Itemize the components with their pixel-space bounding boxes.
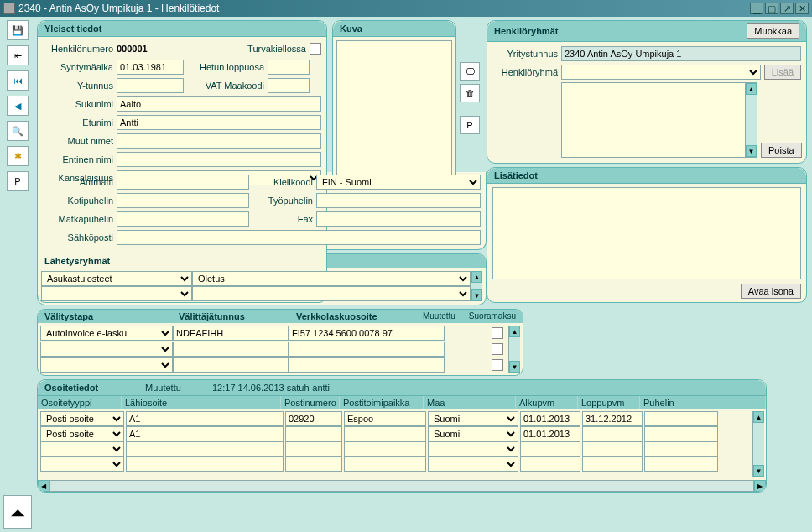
person-group-select[interactable] [561,65,761,80]
addr-city-input[interactable] [344,426,426,441]
nav-prev-icon[interactable]: ◀ [7,96,29,116]
workphone-input[interactable] [316,193,481,208]
othernames-input[interactable] [117,133,321,149]
addr-city-input[interactable] [344,441,426,456]
hetun-input[interactable] [268,60,310,75]
addr-type-select[interactable] [40,441,124,456]
sendgroup-value-select-2[interactable] [192,286,471,301]
mediation-type-select[interactable]: AutoInvoice e-lasku [40,326,173,341]
restore-button[interactable]: ↗ [780,3,794,14]
addr-start-input[interactable] [520,441,580,456]
firstname-input[interactable] [117,115,321,130]
addr-country-select[interactable] [428,456,518,472]
addr-city-input[interactable] [344,456,426,472]
scrollbar[interactable]: ▲▼ [752,411,764,477]
mediator-id-input-3[interactable] [173,357,289,373]
email-input[interactable] [117,230,481,245]
exit-icon[interactable]: ⇤ [7,45,29,65]
logo-icon: ◢◣ [3,495,32,529]
sendgroup-type-select[interactable]: Asukastulosteet [41,271,192,286]
homephone-input[interactable] [117,193,249,208]
addr-start-input[interactable] [520,411,580,426]
add-button[interactable]: Lisää [764,65,801,80]
remove-button[interactable]: Poista [761,143,802,158]
workphone-label: Työpuhelin [249,196,316,206]
addr-end-input[interactable] [582,426,643,441]
addr-start-input[interactable] [520,456,580,472]
p-button[interactable]: P [7,171,29,191]
addr-zip-input[interactable] [285,456,342,472]
addr-street-input[interactable] [126,426,284,441]
einvoice-addr-input-2[interactable] [289,342,445,357]
addr-zip-input[interactable] [285,441,342,456]
firstname-label: Etunimi [43,117,117,128]
einvoice-addr-input-3[interactable] [289,357,445,373]
addr-city-input[interactable] [344,411,426,426]
addr-phone-input[interactable] [644,411,718,426]
addr-street-input[interactable] [126,441,284,456]
einvoice-addr-input[interactable] [289,326,445,341]
scrollbar[interactable]: ▲▼ [471,271,482,301]
addr-country-select[interactable]: Suomi [428,411,518,426]
person-group-list[interactable] [562,83,745,157]
addr-end-input[interactable] [582,441,643,456]
picture-p-button[interactable]: P [460,116,480,134]
addr-type-select[interactable]: Posti osoite [40,411,124,426]
addr-type-select[interactable] [40,456,124,472]
addr-phone-input[interactable] [644,456,718,472]
mediator-id-input-2[interactable] [173,342,289,357]
addr-start-input[interactable] [520,426,580,441]
addr-street-input[interactable] [126,456,284,472]
edit-button[interactable]: Muokkaa [747,23,799,39]
ytunnus-input[interactable] [117,78,184,93]
company-id-input [561,46,801,61]
picture-monitor-icon[interactable]: 🖵 [460,62,480,81]
addr-zip-input[interactable] [285,411,342,426]
direct-payment-checkbox-2[interactable] [492,343,503,355]
langcode-select[interactable]: FIN - Suomi [316,175,481,190]
nav-first-icon[interactable]: ⏮ [7,70,29,91]
min-button[interactable]: ▁ [750,3,763,14]
occupation-input[interactable] [117,175,249,190]
addr-country-select[interactable]: Suomi [428,426,518,441]
mobile-input[interactable] [117,211,249,227]
addr-phone-input[interactable] [644,441,718,456]
search-icon[interactable]: 🔍 [7,121,29,141]
sendgroup-type-select-2[interactable] [41,286,192,301]
addr-country-select[interactable] [428,441,518,456]
addr-type-select[interactable]: Posti osoite [40,426,124,441]
additional-info-textarea[interactable] [492,187,801,279]
picture-delete-icon[interactable]: 🗑 [460,84,480,102]
birthdate-input[interactable] [117,60,184,75]
scrollbar[interactable]: ▲▼ [508,326,520,373]
open-large-button[interactable]: Avaa isona [741,284,801,299]
mediator-id-input[interactable] [173,326,289,341]
mediation-col1-header: Välitystapa [38,310,172,323]
vat-input[interactable] [268,78,310,93]
homephone-label: Kotipuhelin [43,196,117,206]
surname-input[interactable] [117,96,321,112]
fax-input[interactable] [316,211,481,227]
direct-payment-checkbox-3[interactable] [492,359,503,371]
addr-end-input[interactable] [582,456,643,472]
scrollbar[interactable]: ▲▼ [745,83,757,157]
mediation-type-select-3[interactable] [40,357,173,373]
table-row: Posti osoiteSuomi [39,411,752,426]
mediation-col3-header: Verkkolaskuosoite [289,310,416,323]
othernames-label: Muut nimet [43,136,117,146]
close-button[interactable]: ✕ [795,3,809,14]
turvakielto-checkbox[interactable] [310,43,321,55]
formername-input[interactable] [117,152,321,167]
addr-end-input[interactable] [582,411,643,426]
mediation-type-select-2[interactable] [40,342,173,357]
addr-zip-input[interactable] [285,426,342,441]
addr-street-input[interactable] [126,411,284,426]
new-icon[interactable]: ✱ [7,146,29,166]
save-icon[interactable]: 💾 [7,20,29,40]
app-icon [3,3,15,14]
addr-phone-input[interactable] [644,426,718,441]
max-button[interactable]: ▢ [765,3,778,14]
horizontal-scrollbar[interactable]: ◀▶ [38,480,766,492]
sendgroup-value-select[interactable]: Oletus [192,271,471,286]
direct-payment-checkbox[interactable] [492,327,503,339]
